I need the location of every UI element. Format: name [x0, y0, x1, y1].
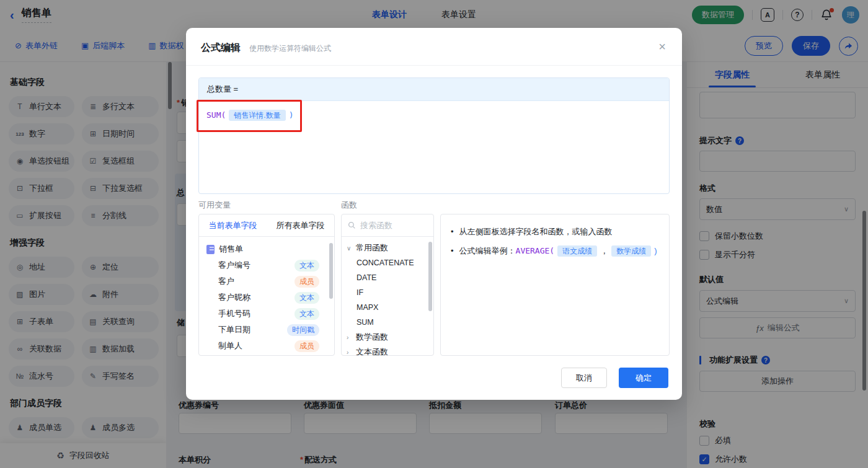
- function-search-input[interactable]: 搜索函数: [342, 214, 433, 237]
- formula-target: 总数量 =: [199, 78, 669, 101]
- form-doc-icon: [206, 245, 215, 254]
- variable-row[interactable]: 客户编号 文本: [199, 257, 334, 273]
- tab-all-form-fields[interactable]: 所有表单字段: [267, 214, 334, 236]
- function-item-mapx[interactable]: MAPX: [342, 300, 433, 315]
- bullet: •: [451, 226, 454, 239]
- functions-panel: 搜索函数 ∨ 常用函数 CONCATENATE DATE IF MAPX SUM…: [341, 214, 434, 356]
- variable-root-row[interactable]: 销售单: [199, 241, 334, 257]
- type-tag: 文本: [294, 260, 319, 272]
- type-tag: 时间戳: [287, 324, 319, 336]
- field-chip-example: 数学成绩: [611, 245, 651, 257]
- functions-scrollbar[interactable]: [428, 242, 432, 311]
- field-chip-example: 语文成绩: [557, 245, 597, 257]
- variables-scrollbar[interactable]: [329, 243, 333, 299]
- search-icon: [348, 221, 356, 229]
- bullet: •: [451, 245, 454, 258]
- variable-row[interactable]: 下单日期 时间戳: [199, 322, 334, 338]
- functions-section-label: 函数: [341, 200, 357, 211]
- confirm-button[interactable]: 确定: [619, 368, 668, 388]
- chevron-right-icon: ›: [347, 349, 353, 356]
- function-group-common[interactable]: ∨ 常用函数: [342, 241, 433, 255]
- variable-row[interactable]: 客户 成员: [199, 273, 334, 289]
- dialog-subtitle: 使用数学运算符编辑公式: [249, 43, 331, 54]
- formula-expression: SUM(销售详情.数量): [199, 101, 669, 130]
- variable-row[interactable]: 制单人 成员: [199, 338, 334, 354]
- chevron-right-icon: ›: [347, 334, 353, 341]
- type-tag: 成员: [294, 340, 319, 352]
- function-group-math[interactable]: › 数学函数: [342, 330, 433, 345]
- chevron-down-icon: ∨: [347, 245, 353, 252]
- variable-row[interactable]: 手机号码 文本: [199, 306, 334, 322]
- dialog-title: 公式编辑: [201, 42, 241, 55]
- field-chip[interactable]: 销售详情.数量: [229, 110, 285, 121]
- formula-editor[interactable]: 总数量 = SUM(销售详情.数量): [198, 77, 670, 194]
- formula-help-panel: • 从左侧面板选择字段名和函数，或输入函数 • 公式编辑举例：AVERAGE(语…: [440, 214, 670, 356]
- variables-panel: 当前表单字段 所有表单字段 销售单 客户编号 文本 客户 成员 客户昵称: [198, 214, 335, 356]
- function-item-sum[interactable]: SUM: [342, 315, 433, 330]
- tab-current-form-fields[interactable]: 当前表单字段: [199, 214, 267, 236]
- type-tag: 文本: [294, 292, 319, 304]
- paren-token: ): [289, 110, 294, 120]
- variable-row[interactable]: 客户昵称 文本: [199, 289, 334, 306]
- type-tag: 成员: [294, 276, 319, 288]
- function-item-concatenate[interactable]: CONCATENATE: [342, 255, 433, 270]
- close-icon[interactable]: ×: [658, 40, 666, 53]
- app-window: ‹ 销售单 表单设计 表单设置 数据管理 A ? 理 ⊘ 表单外链: [0, 0, 868, 468]
- function-name-token: AVERAGE(: [516, 246, 555, 255]
- search-placeholder: 搜索函数: [360, 220, 392, 231]
- function-item-date[interactable]: DATE: [342, 270, 433, 285]
- divider: [186, 65, 682, 66]
- help-tip-2: 公式编辑举例：AVERAGE(语文成绩，数学成绩): [459, 245, 657, 258]
- variables-section-label: 可用变量: [198, 200, 231, 211]
- function-group-text[interactable]: › 文本函数: [342, 345, 433, 356]
- cancel-button[interactable]: 取消: [561, 368, 607, 388]
- help-tip-1: 从左侧面板选择字段名和函数，或输入函数: [459, 226, 613, 239]
- type-tag: 文本: [294, 308, 319, 320]
- function-name-token: SUM(: [206, 110, 226, 120]
- formula-editor-dialog: 公式编辑 使用数学运算符编辑公式 × 总数量 = SUM(销售详情.数量) 可用…: [186, 28, 682, 400]
- function-item-if[interactable]: IF: [342, 285, 433, 300]
